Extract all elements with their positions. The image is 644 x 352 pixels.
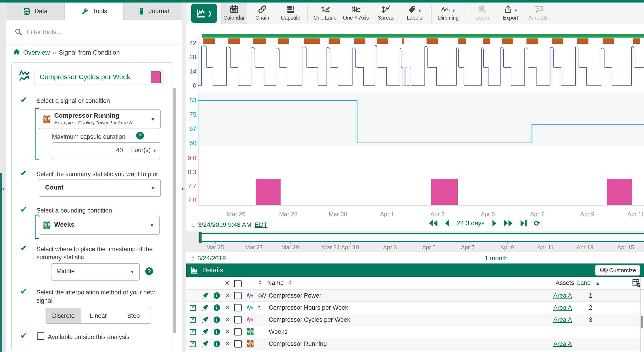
info-icon[interactable] — [213, 316, 220, 323]
filter-tools-input[interactable] — [26, 26, 173, 38]
breadcrumb-overview-link[interactable]: Overview — [23, 49, 50, 56]
tool-export[interactable]: ▼Export — [497, 3, 524, 24]
max-capsule-unit-select[interactable]: hour(s) ▼ — [127, 142, 160, 159]
capsule-compressor-running[interactable] — [304, 38, 320, 44]
asset-link[interactable]: Area A — [553, 316, 572, 323]
bar-compressor-cycles[interactable] — [607, 179, 632, 205]
lane-sort-asc-icon[interactable]: ▲ — [595, 280, 600, 286]
bar-compressor-cycles[interactable] — [431, 179, 458, 205]
trend-view-button[interactable]: ❯ — [191, 4, 217, 23]
step-forward-icon[interactable] — [492, 219, 497, 227]
tool-labels[interactable]: ▼Labels — [401, 3, 428, 24]
stat-select[interactable]: Count ▼ — [39, 179, 161, 197]
tool-dimming[interactable]: ▼Dimming — [435, 3, 462, 24]
tool-one-lane[interactable]: One Lane — [311, 3, 339, 24]
capsule-compressor-running[interactable] — [377, 38, 388, 44]
capsule-compressor-running[interactable] — [402, 38, 404, 44]
capsule-compressor-running[interactable] — [552, 38, 563, 44]
select-all-checkbox[interactable] — [234, 280, 242, 287]
item-name[interactable]: Compressor Cycles per Week — [269, 316, 350, 323]
capsule-compressor-running[interactable] — [203, 38, 215, 44]
remove-icon[interactable]: ✕ — [225, 292, 230, 299]
result-name-input[interactable]: Compressor Cycles per Week — [34, 69, 150, 84]
capsule-compressor-running[interactable] — [426, 38, 438, 44]
column-assets-label[interactable]: Assets — [556, 279, 574, 287]
row-checkbox[interactable] — [234, 316, 242, 324]
info-icon[interactable] — [213, 328, 220, 336]
capsule-compressor-running[interactable] — [603, 38, 614, 44]
max-capsule-input[interactable]: 40 — [52, 142, 128, 159]
tab-journal[interactable]: Journal — [124, 2, 182, 20]
tool-calendar[interactable]: Calendar — [221, 3, 247, 24]
tool-spread[interactable]: Spread — [373, 3, 400, 24]
row-checkbox[interactable] — [234, 304, 242, 312]
capsule-compressor-running[interactable] — [354, 38, 365, 44]
trend-chart[interactable]: 4228140837567609.08.37.77.0Mar 26Mar 28M… — [186, 24, 644, 219]
refresh-icon[interactable]: ⟳ — [534, 219, 540, 227]
item-name[interactable]: Weeks — [269, 328, 288, 336]
column-name-label[interactable]: Name — [267, 279, 284, 287]
sidebar-scrollbar[interactable] — [172, 88, 176, 333]
asset-link[interactable]: Area A — [553, 341, 572, 348]
tool-capsule[interactable]: Capsule — [277, 3, 304, 24]
column-lane-label[interactable]: Lane — [577, 279, 591, 287]
series-compressor-power[interactable] — [198, 45, 644, 85]
sort-icon[interactable]: ▲▼ — [288, 280, 292, 285]
table-row[interactable]: ✕hCompressor Hours per WeekArea A2 — [186, 302, 640, 314]
capsule-compressor-running[interactable] — [483, 38, 490, 44]
info-icon[interactable] — [213, 304, 220, 311]
info-icon[interactable] — [213, 340, 220, 348]
item-name[interactable]: Compressor Hours per Week — [269, 304, 348, 311]
tool-chain[interactable]: Chain — [249, 3, 276, 24]
customize-button[interactable]: ⚙⚙ Customize — [595, 265, 640, 276]
capsule-compressor-running[interactable] — [253, 38, 266, 44]
edit-icon[interactable] — [190, 328, 197, 336]
tool-one-y-axis[interactable]: One Y-Axis — [341, 3, 371, 24]
step-back-icon[interactable] — [444, 219, 450, 227]
rocket-icon[interactable] — [201, 340, 209, 348]
details-scrollbar[interactable] — [641, 316, 643, 328]
step-forward-fast-icon[interactable] — [503, 219, 514, 227]
capsule-weeks[interactable] — [202, 34, 644, 37]
interp-option-step[interactable]: Step — [116, 308, 151, 324]
signal-select[interactable]: Compressor Running Example » Cooling Tow… — [39, 109, 161, 129]
range-duration[interactable]: 24.3 days — [456, 220, 486, 227]
table-row[interactable]: ✕Compressor RunningArea A — [186, 338, 640, 350]
rocket-icon[interactable] — [201, 292, 209, 300]
info-icon[interactable] — [213, 292, 220, 299]
collapse-left-icon[interactable]: « — [1, 185, 5, 192]
panel-divider[interactable]: « — [182, 2, 187, 352]
row-checkbox[interactable] — [234, 292, 242, 300]
rocket-icon[interactable] — [201, 316, 209, 324]
timezone-link[interactable]: EDT — [254, 221, 267, 228]
interp-option-discrete[interactable]: Discrete — [46, 308, 81, 324]
edit-icon[interactable] — [190, 340, 197, 348]
capsule-compressor-running[interactable] — [526, 38, 538, 44]
interp-option-linear[interactable]: Linear — [81, 308, 116, 324]
range-start-value[interactable]: 3/24/2019 9:48 AM — [198, 221, 252, 228]
remove-all-icon[interactable]: ✕ — [224, 279, 230, 287]
bar-compressor-cycles[interactable] — [256, 179, 280, 205]
range-start[interactable]: ↓ 3/24/2019 9:48 AM EDT — [191, 220, 267, 229]
remove-icon[interactable]: ✕ — [225, 305, 230, 311]
capsule-compressor-running[interactable] — [577, 38, 588, 44]
asset-link[interactable]: Area A — [553, 304, 572, 311]
edit-icon[interactable] — [190, 304, 197, 312]
remove-icon[interactable]: ✕ — [225, 341, 230, 347]
rocket-icon[interactable] — [201, 328, 209, 336]
sort-icon[interactable]: ▲▼ — [258, 280, 262, 285]
home-icon[interactable] — [13, 48, 20, 57]
timeline-selection[interactable] — [200, 233, 644, 242]
row-checkbox[interactable] — [234, 340, 242, 348]
edit-icon[interactable] — [190, 316, 197, 324]
help-icon[interactable]: ? — [145, 267, 153, 275]
asset-link[interactable]: Area A — [553, 292, 572, 299]
row-checkbox[interactable] — [234, 328, 242, 336]
item-name[interactable]: Compressor Running — [269, 341, 327, 348]
timestamp-select[interactable]: Middle ▼ — [51, 263, 140, 281]
table-row[interactable]: ✕kWCompressor PowerArea A1 — [186, 290, 640, 302]
capsule-compressor-running[interactable] — [228, 38, 240, 44]
table-row[interactable]: ✕Compressor Cycles per WeekArea A3 — [186, 314, 640, 326]
tab-data[interactable]: Data — [6, 2, 64, 20]
timeline-selection-handle[interactable] — [198, 232, 202, 243]
